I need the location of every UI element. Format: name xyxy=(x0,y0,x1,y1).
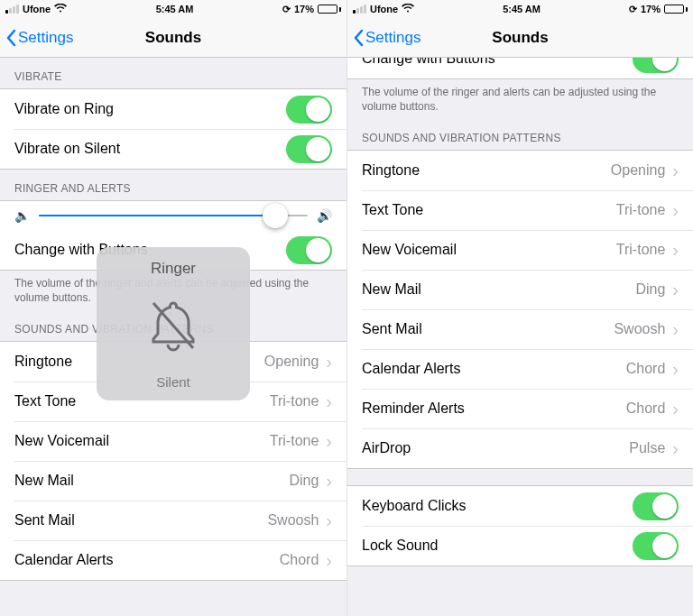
toggle-change-buttons[interactable] xyxy=(286,236,332,264)
list-item[interactable]: Calendar AlertsChord› xyxy=(0,540,346,580)
chevron-right-icon: › xyxy=(672,280,679,299)
row-label: AirDrop xyxy=(362,440,629,456)
back-button[interactable]: Settings xyxy=(0,29,73,47)
row-label: Ringtone xyxy=(362,162,611,179)
row-label: Change with Buttons xyxy=(362,58,633,67)
chevron-right-icon: › xyxy=(326,472,332,490)
row-label: Reminder Alerts xyxy=(362,400,626,417)
chevron-left-icon xyxy=(353,29,364,47)
list-item[interactable]: RingtoneOpening› xyxy=(347,151,693,190)
row-label: Lock Sound xyxy=(362,538,633,554)
status-time: 5:45 AM xyxy=(503,4,541,14)
row-value: Pulse xyxy=(629,440,665,456)
carrier-label: Ufone xyxy=(23,4,51,14)
section-header-vibrate: VIBRATE xyxy=(0,58,346,88)
hud-title: Ringer xyxy=(151,260,196,278)
speaker-high-icon: 🔊 xyxy=(317,208,332,223)
battery-icon xyxy=(664,5,688,14)
row-value: Tri-tone xyxy=(270,433,319,449)
right-screenshot: Ufone 5:45 AM ⟳ 17% Settings Sounds xyxy=(346,0,693,616)
section-header-ringer: RINGER AND ALERTS xyxy=(0,170,346,200)
slider-thumb[interactable] xyxy=(263,203,288,228)
row-label: Vibrate on Ring xyxy=(14,101,286,117)
chevron-right-icon: › xyxy=(326,353,332,371)
toggle-vibrate-silent[interactable] xyxy=(286,135,332,163)
nav-bar: Settings Sounds xyxy=(0,18,346,58)
nav-bar: Settings Sounds xyxy=(347,18,693,58)
wifi-icon xyxy=(402,4,414,14)
speaker-low-icon: 🔈 xyxy=(14,208,30,223)
row-label: Calendar Alerts xyxy=(362,361,626,377)
toggle-keyboard-clicks[interactable] xyxy=(633,492,679,520)
toggle-lock-sound[interactable] xyxy=(633,532,679,560)
list-item[interactable]: Text ToneTri-tone› xyxy=(347,190,693,230)
row-change-with-buttons[interactable]: Change with Buttons xyxy=(347,58,693,78)
battery-pct: 17% xyxy=(641,4,661,14)
row-label: Keyboard Clicks xyxy=(362,498,633,514)
row-label: Sent Mail xyxy=(362,321,614,337)
row-value: Opening xyxy=(264,354,319,370)
row-value: Tri-tone xyxy=(616,242,666,258)
row-value: Tri-tone xyxy=(616,202,666,218)
status-time: 5:45 AM xyxy=(156,4,194,14)
bell-silent-icon xyxy=(137,290,209,363)
chevron-right-icon: › xyxy=(672,400,679,418)
row-vibrate-on-silent[interactable]: Vibrate on Silent xyxy=(0,129,346,169)
section-footer: The volume of the ringer and alerts can … xyxy=(347,79,693,119)
status-bar: Ufone 5:45 AM ⟳ 17% xyxy=(347,0,693,18)
toggle-change-buttons[interactable] xyxy=(633,58,679,73)
chevron-right-icon: › xyxy=(672,320,679,338)
list-item[interactable]: Calendar AlertsChord› xyxy=(347,349,693,389)
status-bar: Ufone 5:45 AM ⟳ 17% xyxy=(0,0,346,18)
chevron-right-icon: › xyxy=(326,432,332,450)
chevron-right-icon: › xyxy=(326,551,332,569)
list-item[interactable]: New VoicemailTri-tone› xyxy=(347,230,693,270)
row-value: Swoosh xyxy=(267,512,319,529)
back-button[interactable]: Settings xyxy=(347,29,420,47)
row-label: New Voicemail xyxy=(362,242,616,258)
row-label: Sent Mail xyxy=(14,512,267,529)
signal-icon xyxy=(5,5,19,14)
row-keyboard-clicks[interactable]: Keyboard Clicks xyxy=(347,486,693,526)
row-label: Vibrate on Silent xyxy=(14,141,286,157)
row-label: New Voicemail xyxy=(14,433,270,449)
carrier-label: Ufone xyxy=(370,4,398,14)
row-label: New Mail xyxy=(14,473,289,489)
toggle-vibrate-ring[interactable] xyxy=(286,96,332,124)
row-value: Ding xyxy=(289,473,319,489)
back-label: Settings xyxy=(365,29,420,47)
row-value: Opening xyxy=(611,162,666,179)
list-item[interactable]: New MailDing› xyxy=(0,461,346,501)
list-item[interactable]: New VoicemailTri-tone› xyxy=(0,421,346,461)
row-value: Chord xyxy=(626,400,666,417)
list-item[interactable]: Sent MailSwoosh› xyxy=(347,309,693,349)
rotation-lock-icon: ⟳ xyxy=(282,4,291,15)
rotation-lock-icon: ⟳ xyxy=(629,4,637,15)
row-value: Tri-tone xyxy=(270,393,319,409)
chevron-left-icon xyxy=(5,29,16,47)
chevron-right-icon: › xyxy=(672,201,679,219)
battery-pct: 17% xyxy=(294,4,314,14)
row-label: New Mail xyxy=(362,281,635,298)
chevron-right-icon: › xyxy=(326,392,332,410)
list-item[interactable]: Sent MailSwoosh› xyxy=(0,501,346,540)
row-value: Chord xyxy=(626,361,666,377)
volume-slider-row[interactable]: 🔈 🔊 xyxy=(0,201,346,230)
battery-icon xyxy=(318,5,341,14)
list-item[interactable]: AirDropPulse› xyxy=(347,428,693,468)
row-vibrate-on-ring[interactable]: Vibrate on Ring xyxy=(0,89,346,129)
ringer-hud-overlay: Ringer Silent xyxy=(97,247,250,400)
row-value: Ding xyxy=(635,281,665,298)
chevron-right-icon: › xyxy=(672,241,679,259)
list-item[interactable]: Reminder AlertsChord› xyxy=(347,389,693,428)
row-value: Swoosh xyxy=(614,321,665,337)
row-value: Chord xyxy=(280,552,319,568)
chevron-right-icon: › xyxy=(672,161,679,179)
row-lock-sound[interactable]: Lock Sound xyxy=(347,526,693,565)
wifi-icon xyxy=(54,4,67,14)
row-label: Calendar Alerts xyxy=(14,552,280,568)
chevron-right-icon: › xyxy=(326,511,332,529)
back-label: Settings xyxy=(18,29,73,47)
list-item[interactable]: New MailDing› xyxy=(347,270,693,309)
hud-subtitle: Silent xyxy=(156,374,190,390)
